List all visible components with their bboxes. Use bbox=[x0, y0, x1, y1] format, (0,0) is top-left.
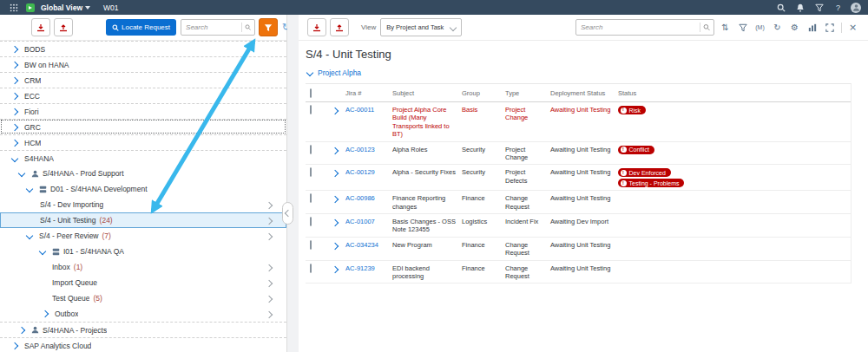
new-request-button[interactable] bbox=[31, 18, 50, 36]
chevron-down-icon[interactable] bbox=[26, 186, 33, 192]
settings-gear-icon[interactable]: ⚙ bbox=[788, 21, 801, 35]
refresh-icon[interactable]: ↻ bbox=[771, 21, 784, 35]
release-request-button[interactable] bbox=[54, 18, 73, 36]
row-expand-icon[interactable] bbox=[332, 196, 339, 203]
navigate-right-icon[interactable] bbox=[266, 311, 273, 318]
chevron-right-icon[interactable] bbox=[42, 310, 49, 317]
navigate-right-icon[interactable] bbox=[266, 233, 273, 240]
tree-item-outbox[interactable]: Outbox bbox=[0, 306, 286, 322]
tree-filter-button-active[interactable] bbox=[259, 18, 278, 36]
navigate-right-icon[interactable] bbox=[266, 202, 273, 209]
row-checkbox[interactable] bbox=[310, 240, 312, 250]
tree-item-i01-qa[interactable]: I01 - S/4HANA QA bbox=[0, 244, 286, 259]
chart-view-icon[interactable] bbox=[806, 21, 819, 35]
tree-item-s4-dev-importing[interactable]: S/4 - Dev Importing bbox=[0, 197, 286, 212]
tree-item-s4-unit-testing[interactable]: S/4 - Unit Testing (24) bbox=[0, 212, 286, 228]
jira-link[interactable]: AC-00123 bbox=[345, 146, 392, 153]
column-header-deployment-status[interactable]: Deployment Status bbox=[550, 89, 618, 97]
navigate-right-icon[interactable] bbox=[266, 280, 273, 287]
tree-item-import-queue[interactable]: Import Queue bbox=[0, 275, 286, 290]
row-checkbox[interactable] bbox=[310, 145, 312, 154]
search-icon[interactable] bbox=[703, 23, 710, 31]
row-expand-icon[interactable] bbox=[332, 243, 339, 250]
group-mode-icon[interactable]: (M) bbox=[753, 21, 766, 35]
chevron-down-icon[interactable] bbox=[306, 69, 313, 76]
jira-link[interactable]: AC-01007 bbox=[345, 218, 392, 225]
column-header-status[interactable]: Status bbox=[618, 89, 851, 97]
tree-item-s4-peer-review[interactable]: S/4 - Peer Review (7) bbox=[0, 228, 286, 244]
tree-item-s4hana-projects[interactable]: S/4HANA - Projects bbox=[0, 322, 286, 337]
tree-item-bods[interactable]: BODS bbox=[0, 41, 286, 56]
table-row[interactable]: AC-00986 Finance Reporting changes Finan… bbox=[306, 191, 851, 214]
search-icon[interactable] bbox=[774, 2, 787, 13]
select-all-checkbox[interactable] bbox=[310, 88, 312, 98]
help-icon[interactable]: ? bbox=[832, 2, 845, 13]
navigate-right-icon[interactable] bbox=[266, 296, 273, 303]
jira-link[interactable]: AC-91239 bbox=[345, 264, 392, 272]
tree-item-fiori[interactable]: Fiori bbox=[0, 103, 286, 119]
tree-search-input[interactable] bbox=[186, 23, 239, 31]
chevron-right-icon[interactable] bbox=[11, 123, 18, 130]
chevron-right-icon[interactable] bbox=[11, 139, 18, 146]
navigate-right-icon[interactable] bbox=[266, 218, 273, 225]
table-row[interactable]: AC-00129 Alpha - Security Fixes Security… bbox=[306, 165, 851, 191]
notifications-bell-icon[interactable] bbox=[793, 2, 806, 13]
row-expand-icon[interactable] bbox=[332, 219, 339, 226]
chevron-right-icon[interactable] bbox=[11, 61, 18, 68]
table-row[interactable]: AC-91239 EDI backend processing Finance … bbox=[306, 261, 851, 284]
row-expand-icon[interactable] bbox=[332, 108, 339, 114]
column-header-type[interactable]: Type bbox=[505, 89, 550, 97]
fullscreen-icon[interactable] bbox=[823, 21, 836, 35]
chevron-down-icon[interactable] bbox=[18, 170, 25, 177]
table-row[interactable]: AC-00011 Project Alpha Core Build (Many … bbox=[306, 102, 851, 142]
jira-link[interactable]: AC-034234 bbox=[345, 241, 392, 249]
user-avatar[interactable] bbox=[851, 3, 861, 13]
column-header-jira[interactable]: Jira # bbox=[345, 89, 392, 97]
tree-item-ecc[interactable]: ECC bbox=[0, 88, 286, 103]
row-checkbox[interactable] bbox=[310, 193, 312, 203]
chevron-down-icon[interactable] bbox=[39, 248, 46, 255]
menu-grid-icon[interactable] bbox=[7, 2, 20, 13]
shell-title-menu[interactable]: Global View bbox=[41, 3, 90, 12]
chevron-right-icon[interactable] bbox=[11, 92, 18, 99]
release-request-button[interactable] bbox=[330, 18, 349, 36]
group-project-alpha[interactable]: Project Alpha bbox=[307, 68, 859, 77]
chevron-right-icon[interactable] bbox=[18, 326, 25, 333]
tree-item-bw-on-hana[interactable]: BW on HANA bbox=[0, 56, 286, 72]
row-checkbox[interactable] bbox=[310, 264, 312, 273]
chevron-right-icon[interactable] bbox=[11, 342, 18, 349]
column-header-subject[interactable]: Subject bbox=[392, 89, 462, 97]
new-request-button[interactable] bbox=[307, 18, 326, 36]
jira-link[interactable]: AC-00129 bbox=[345, 168, 392, 176]
tree-item-test-queue[interactable]: Test Queue (5) bbox=[0, 290, 286, 306]
tree-item-s4hana-prod-support[interactable]: S/4HANA - Prod Support bbox=[0, 166, 286, 181]
tree-item-hcm[interactable]: HCM bbox=[0, 134, 286, 150]
chevron-right-icon[interactable] bbox=[11, 76, 18, 83]
jira-link[interactable]: AC-00011 bbox=[345, 106, 392, 114]
row-checkbox[interactable] bbox=[310, 217, 312, 226]
table-row[interactable]: AC-00123 Alpha Roles Security Project Ch… bbox=[306, 142, 851, 166]
row-checkbox[interactable] bbox=[310, 167, 312, 177]
chevron-down-icon[interactable] bbox=[11, 154, 18, 161]
locate-request-button[interactable]: Locate Request bbox=[106, 19, 176, 36]
row-checkbox[interactable] bbox=[310, 105, 312, 114]
panel-collapse-button[interactable] bbox=[282, 202, 293, 225]
tree-item-inbox[interactable]: Inbox (1) bbox=[0, 259, 286, 275]
row-expand-icon[interactable] bbox=[332, 265, 339, 272]
view-select[interactable]: By Project and Task bbox=[380, 18, 462, 36]
table-row[interactable]: AC-01007 Basis Changes - OSS Note 123455… bbox=[306, 214, 851, 238]
tree-item-d01-development[interactable]: D01 - S/4HANA Development bbox=[0, 181, 286, 197]
filter-funnel-icon[interactable] bbox=[812, 2, 825, 13]
tree-item-s4hana[interactable]: S4HANA bbox=[0, 150, 286, 166]
tree-item-grc[interactable]: GRC bbox=[0, 119, 286, 134]
row-expand-icon[interactable] bbox=[332, 147, 339, 153]
search-icon[interactable] bbox=[245, 23, 251, 31]
chevron-down-icon[interactable] bbox=[26, 232, 33, 239]
column-header-group[interactable]: Group bbox=[462, 89, 505, 97]
navigate-right-icon[interactable] bbox=[266, 264, 273, 271]
chevron-right-icon[interactable] bbox=[11, 45, 18, 52]
row-expand-icon[interactable] bbox=[332, 170, 339, 177]
tree-item-crm[interactable]: CRM bbox=[0, 72, 286, 88]
chevron-right-icon[interactable] bbox=[11, 108, 18, 114]
jira-link[interactable]: AC-00986 bbox=[345, 194, 392, 202]
